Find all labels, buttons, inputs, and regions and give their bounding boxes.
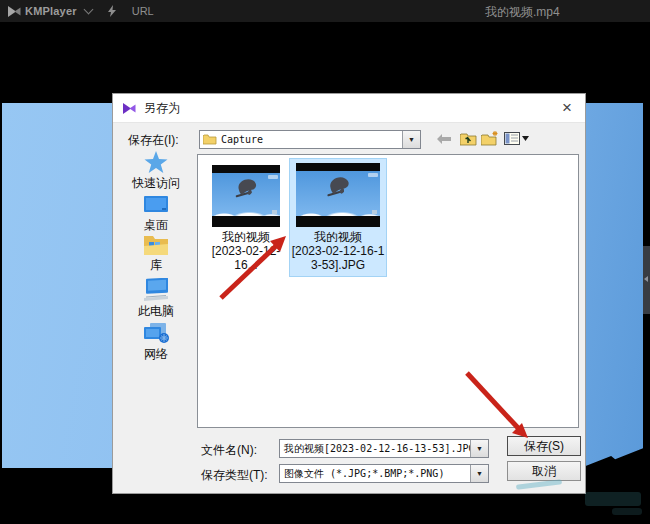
- folder-icon: [203, 134, 217, 145]
- library-folder-icon: [143, 234, 169, 256]
- file-type-label: 保存类型(T):: [201, 467, 268, 484]
- file-item-1[interactable]: 我的视频 [2023-02-12-16...: [204, 165, 288, 272]
- window-title: 我的视频.mp4: [485, 4, 560, 21]
- save-in-value: Capture: [217, 134, 402, 145]
- dropdown-icon[interactable]: ▼: [402, 131, 420, 148]
- file-name-label: 文件名(N):: [201, 442, 257, 459]
- file-thumbnail: [296, 163, 380, 227]
- file-list[interactable]: 我的视频 [2023-02-12-16...: [197, 154, 579, 428]
- dropdown-icon[interactable]: ▼: [470, 440, 488, 457]
- watermark: [612, 508, 642, 515]
- dialog-title: 另存为: [144, 100, 180, 117]
- star-icon: [144, 151, 168, 174]
- file-name-value: 我的视频[2023-02-12-16-13-53].JPG: [280, 442, 470, 456]
- file-thumbnail: [212, 165, 280, 227]
- kmplayer-logo-icon: [8, 6, 21, 17]
- sidebar-item-desktop[interactable]: 桌面: [115, 196, 197, 234]
- new-folder-icon: [481, 131, 499, 146]
- sidebar-item-quick-access[interactable]: 快速访问: [115, 151, 197, 192]
- back-arrow-icon: [437, 134, 451, 144]
- save-button[interactable]: 保存(S): [507, 436, 581, 456]
- watermark: [585, 492, 641, 506]
- dialog-titlebar[interactable]: 另存为 ×: [113, 94, 585, 123]
- file-name-line: 3-53].JPG: [290, 258, 386, 272]
- new-folder-button[interactable]: [481, 130, 499, 147]
- dropdown-icon[interactable]: ▼: [470, 465, 488, 482]
- up-one-level-button[interactable]: [459, 130, 477, 147]
- file-type-value: 图像文件 (*.JPG;*.BMP;*.PNG): [280, 467, 470, 481]
- sidebar-item-label: 此电脑: [115, 303, 197, 320]
- file-name-line: [2023-02-12-16...: [204, 244, 288, 272]
- playlist-panel-grip[interactable]: [643, 246, 650, 314]
- view-menu-icon: [504, 132, 520, 145]
- file-type-combobox[interactable]: 图像文件 (*.JPG;*.BMP;*.PNG) ▼: [279, 464, 489, 483]
- kmplayer-dialog-icon: [123, 103, 136, 114]
- sidebar-item-label: 网络: [115, 346, 197, 363]
- player-topbar: KMPlayer URL 我的视频.mp4: [0, 0, 650, 23]
- panel-arrow-icon: [644, 276, 648, 282]
- sidebar-item-libraries[interactable]: 库: [115, 234, 197, 274]
- cancel-button[interactable]: 取消: [507, 461, 581, 481]
- skater-silhouette: [311, 174, 365, 206]
- chevron-down-icon[interactable]: [83, 5, 93, 15]
- this-pc-icon: [142, 278, 170, 302]
- file-item-2-selected[interactable]: 我的视频 [2023-02-12-16-1 3-53].JPG: [290, 159, 386, 276]
- up-folder-icon: [460, 132, 477, 146]
- view-dropdown-icon: [522, 136, 529, 141]
- app-title: KMPlayer: [25, 5, 77, 17]
- back-button[interactable]: [435, 130, 453, 147]
- save-in-label: 保存在(I):: [128, 132, 179, 149]
- network-icon: [142, 321, 170, 345]
- video-silhouette: [585, 446, 643, 468]
- url-button[interactable]: URL: [132, 5, 154, 17]
- desktop-icon: [143, 196, 169, 216]
- sidebar-item-label: 桌面: [115, 217, 197, 234]
- sidebar-item-network[interactable]: 网络: [115, 321, 197, 363]
- view-menu-button[interactable]: [503, 130, 529, 147]
- app-menu[interactable]: KMPlayer: [8, 5, 92, 17]
- file-name-line: 我的视频: [290, 230, 386, 244]
- file-name-line: 我的视频: [204, 230, 288, 244]
- lightning-icon[interactable]: [108, 5, 116, 17]
- sidebar-item-label: 库: [115, 257, 197, 274]
- close-icon[interactable]: ×: [555, 96, 579, 120]
- kmplayer-window: KMPlayer URL 我的视频.mp4 另存为 × 保存在(I):: [0, 0, 650, 524]
- save-as-dialog: 另存为 × 保存在(I): Capture ▼: [112, 93, 586, 494]
- file-name-combobox[interactable]: 我的视频[2023-02-12-16-13-53].JPG ▼: [279, 439, 489, 458]
- save-in-combobox[interactable]: Capture ▼: [199, 130, 421, 149]
- sidebar-item-this-pc[interactable]: 此电脑: [115, 278, 197, 320]
- file-name-line: [2023-02-12-16-1: [290, 244, 386, 258]
- skater-silhouette: [224, 176, 268, 206]
- sidebar-item-label: 快速访问: [115, 175, 197, 192]
